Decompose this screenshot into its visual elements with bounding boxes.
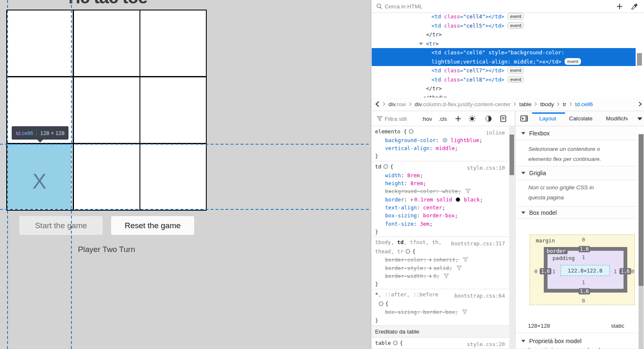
boxmodel-padding-top[interactable]: 1 (582, 254, 585, 260)
boxmodel-content-box[interactable]: 122.8×122.8 (560, 265, 610, 276)
css-declaration[interactable]: box-sizing: border-box; (375, 211, 511, 219)
rules-scrollbar-thumb[interactable] (510, 135, 514, 175)
markup-row-tbody-close[interactable]: </tbody> (372, 93, 636, 98)
overridden-filter-icon[interactable] (456, 265, 462, 271)
board-cell-1[interactable] (74, 10, 139, 76)
pseudo-class-button[interactable]: :hov (421, 115, 432, 122)
boxmodel-margin-top[interactable]: 0 (582, 237, 585, 243)
board-cell-4[interactable] (74, 77, 139, 143)
css-declaration-overridden[interactable]: border-color: inherit; (375, 256, 511, 264)
boxmodel-border-top[interactable]: 1.6 (578, 246, 590, 252)
markup-scrollbar-thumb[interactable] (637, 53, 642, 66)
board-cell-5[interactable] (140, 77, 206, 143)
overridden-filter-icon[interactable] (463, 257, 468, 262)
markup-search-bar[interactable]: Cerca in HTML (372, 0, 644, 13)
boxmodel-margin-bottom[interactable]: 0 (582, 298, 585, 304)
markup-row-cell5[interactable]: <td class="cell5"></td>event (372, 21, 636, 31)
light-theme-icon[interactable] (469, 115, 476, 122)
rule-source-link[interactable]: style.css:10 (467, 163, 505, 173)
css-declaration[interactable]: text-align: center; (375, 204, 511, 211)
expand-shorthand-icon[interactable] (430, 258, 432, 262)
rules-scrollbar[interactable] (509, 126, 515, 349)
boxmodel-diagram[interactable]: margin 0 0 0 0 border 1.6 1.6 1.6 1.6 pa… (530, 234, 635, 305)
css-declaration[interactable]: vertical-align: middle; (375, 144, 511, 152)
boxmodel-border-bottom[interactable]: 1.6 (578, 288, 590, 295)
overridden-filter-icon[interactable] (462, 309, 467, 315)
tab-computed[interactable]: Calcolate (569, 115, 593, 122)
tab-layout[interactable]: Layout (539, 115, 556, 122)
selector-highlighter-icon[interactable] (408, 129, 414, 134)
section-header-boxmodel[interactable]: Box model (516, 206, 639, 219)
css-declaration-overridden[interactable]: background-color: white; (375, 187, 511, 195)
markup-row-tr-open[interactable]: <tr> (372, 39, 636, 48)
event-badge[interactable]: event (507, 22, 524, 29)
markup-row-cell7[interactable]: <td class="cell7"></td>event (372, 66, 636, 75)
tab-changes[interactable]: Modifiche (606, 115, 628, 122)
boxmodel-border-right[interactable]: 1.6 (619, 268, 631, 275)
reset-game-button[interactable]: Reset the game (111, 216, 194, 235)
selector-highlighter-icon[interactable] (383, 164, 388, 169)
event-badge[interactable]: event (507, 67, 524, 74)
section-header-grid[interactable]: Griglia (516, 166, 639, 180)
markup-row-cell6-selected[interactable]: <td class="cell6" style="background-colo… (372, 48, 636, 66)
overridden-filter-icon[interactable] (444, 273, 449, 279)
breadcrumb-back-icon[interactable] (375, 101, 380, 107)
eyedropper-icon[interactable] (631, 3, 638, 10)
rule-source-link[interactable]: inline (486, 128, 505, 138)
expand-shorthand-icon[interactable] (411, 198, 413, 201)
board-cell-2[interactable] (140, 10, 206, 76)
inspector-highlight-overlay[interactable]: X (8, 144, 71, 209)
selector-highlighter-icon[interactable] (405, 249, 411, 254)
css-rule-bootstrap-table-elements[interactable]: tbody, td, tfoot, th,bootstrap.css:317 t… (372, 237, 515, 289)
breadcrumb-item-div-column[interactable]: div.column.d-flex.justify-content-center (415, 101, 510, 107)
css-declaration-overridden[interactable]: border-width: 0; (375, 272, 511, 280)
boxmodel-padding-left[interactable]: 1 (552, 268, 555, 275)
boxmodel-margin-left[interactable]: 0 (534, 268, 538, 275)
selector-highlighter-icon[interactable] (378, 301, 384, 306)
section-header-flexbox[interactable]: Flexbox (516, 126, 639, 140)
expand-shorthand-icon[interactable] (430, 275, 432, 278)
color-swatch-black[interactable] (456, 197, 460, 202)
layout-scrollbar[interactable] (638, 126, 644, 349)
css-declaration-overridden[interactable]: box-sizing: border-box; (375, 308, 511, 316)
expand-twisty-icon[interactable] (419, 43, 423, 45)
css-declaration-overridden[interactable]: border-style: solid; (375, 264, 511, 272)
layout-scrollbar-thumb[interactable] (639, 134, 644, 286)
breadcrumb-item-tr[interactable]: tr (563, 101, 566, 107)
rule-source-link[interactable]: bootstrap.css:64 (454, 291, 505, 301)
rule-source-link[interactable]: bootstrap.css:317 (451, 239, 505, 248)
css-declaration[interactable]: font-size: 3em; (375, 220, 511, 228)
css-declaration[interactable]: height: 8rem; (375, 179, 511, 187)
layout-scrollbar-track[interactable] (639, 286, 644, 349)
markup-row-tr-close[interactable]: </tr> (372, 30, 636, 39)
css-rule-inline[interactable]: elemento {inline background-color: light… (372, 126, 515, 161)
boxmodel-border-left[interactable]: 1.6 (540, 268, 551, 275)
expand-shorthand-icon[interactable] (430, 267, 432, 270)
event-badge[interactable]: event (507, 13, 524, 20)
contrast-icon[interactable] (485, 115, 492, 122)
board-cell-0[interactable] (7, 10, 73, 76)
markup-row-tr-close2[interactable]: </tr> (372, 84, 636, 93)
markup-row-cell8[interactable]: <td class="cell8"></td>event (372, 75, 636, 84)
boxmodel-padding-right[interactable]: 1 (614, 268, 617, 275)
breadcrumb-forward-icon[interactable] (637, 100, 643, 108)
event-badge[interactable]: event (565, 58, 581, 65)
breadcrumb-item-td-cell6[interactable]: td.cell6 (575, 101, 593, 107)
class-toggle-button[interactable]: .cls (439, 115, 447, 122)
css-rule-table[interactable]: table{style.css:20 (372, 338, 515, 349)
breadcrumb-item-div-row[interactable]: div.row (388, 101, 406, 107)
add-node-icon[interactable] (616, 3, 623, 10)
css-rule-td[interactable]: td{style.css:10 width: 8rem; height: 8re… (372, 161, 515, 237)
sidebar-toggle-icon[interactable] (520, 115, 528, 122)
boxmodel-margin-right[interactable]: 0 (631, 268, 634, 275)
markup-row-cell4[interactable]: <td class="cell4"></td>event (372, 12, 636, 21)
all-tabs-dropdown-icon[interactable] (637, 117, 642, 120)
css-rule-bootstrap-universal[interactable]: *, ::after, ::beforebootstrap.css:64 { b… (372, 289, 515, 326)
board-cell-7[interactable] (74, 144, 139, 210)
breadcrumb-item-tbody[interactable]: tbody (540, 101, 554, 107)
overridden-filter-icon[interactable] (465, 189, 471, 194)
css-declaration[interactable]: border: 0.1rem solid black; (375, 196, 511, 204)
boxmodel-padding-bottom[interactable]: 1 (582, 279, 585, 285)
rule-source-link[interactable]: style.css:20 (467, 340, 505, 349)
color-swatch-lightblue[interactable] (443, 138, 447, 143)
